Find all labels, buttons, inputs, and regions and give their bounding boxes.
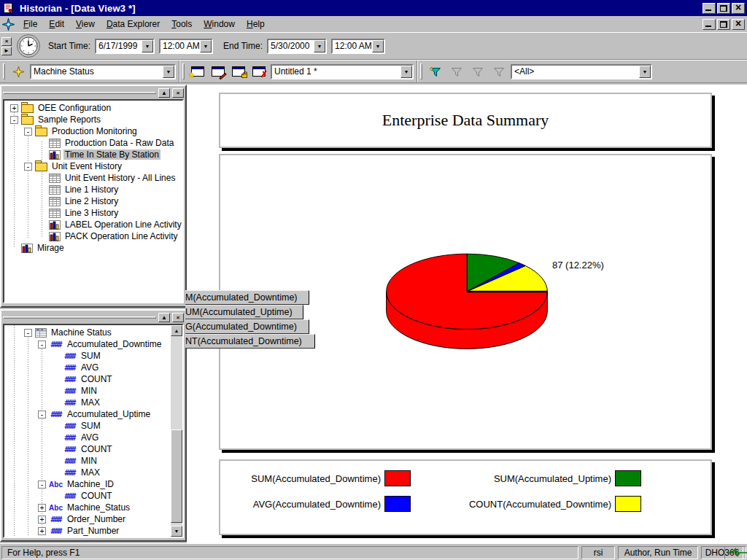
expand-toggle-icon[interactable]: - xyxy=(38,341,46,349)
tree-item-max[interactable]: ###MAX xyxy=(4,467,171,478)
view-combobox[interactable]: Untitled 1 * ▼ xyxy=(271,64,414,79)
panel-up-icon[interactable]: ▲ xyxy=(158,88,170,98)
expand-toggle-icon[interactable]: - xyxy=(24,163,32,171)
menu-item-window[interactable]: Window xyxy=(198,17,241,31)
tree-item-avg[interactable]: ###AVG xyxy=(4,362,171,373)
chevron-down-icon[interactable]: ▼ xyxy=(200,40,212,52)
field-callout-label: NT(Accumulated_Downtime) xyxy=(185,334,315,349)
tree-item-max[interactable]: ###MAX xyxy=(4,397,171,408)
menu-item-view[interactable]: View xyxy=(70,17,101,31)
tree-item-label: MAX xyxy=(80,467,101,478)
menu-item-file[interactable]: File xyxy=(18,17,43,31)
tree-item-oee-configuration[interactable]: +OEE Configuration xyxy=(4,102,182,114)
panel-close-icon[interactable]: × xyxy=(172,88,184,98)
toolbar-close-button[interactable]: × xyxy=(1,37,12,46)
menu-item-data-explorer[interactable]: Data Explorer xyxy=(101,17,166,31)
tree-item-part-number[interactable]: +###Part_Number xyxy=(4,525,171,537)
tree-item-machine-status[interactable]: +AbcMachine_Status xyxy=(4,502,171,513)
vertical-scrollbar[interactable]: ▲ ▼ xyxy=(171,325,182,537)
tree-item-production-data-raw-data[interactable]: Production Data - Raw Data xyxy=(4,137,182,149)
expand-toggle-icon[interactable]: + xyxy=(38,527,46,535)
end-time-combobox[interactable]: 12:00 AM ▼ xyxy=(331,39,385,54)
dataset-combobox[interactable]: Machine Status ▼ xyxy=(30,64,176,79)
tree-item-unit-event-history[interactable]: -Unit Event History xyxy=(4,160,182,172)
new-view-icon[interactable]: ★ xyxy=(189,63,206,80)
minimize-button[interactable] xyxy=(703,3,716,14)
panel-grip[interactable] xyxy=(3,316,156,319)
tree-item-accumulated-uptime[interactable]: -###Accumulated_Uptime xyxy=(4,408,171,420)
expand-toggle-icon[interactable]: + xyxy=(10,104,18,112)
tree-item-label: Order_Number xyxy=(66,514,127,524)
chevron-down-icon[interactable]: ▼ xyxy=(372,40,384,52)
tree-item-sum[interactable]: ###SUM xyxy=(4,350,171,362)
toolbar-grip[interactable] xyxy=(420,63,422,79)
tree-item-avg[interactable]: ###AVG xyxy=(4,432,171,443)
toolbar-grip[interactable] xyxy=(3,63,5,79)
mdi-minimize-button[interactable] xyxy=(703,19,716,30)
tree-item-count[interactable]: ###COUNT xyxy=(4,443,171,455)
sparkle-icon[interactable] xyxy=(9,63,27,80)
scroll-up-icon[interactable]: ▲ xyxy=(171,325,182,336)
toolbar-grip[interactable] xyxy=(182,63,185,79)
tree-item-line-2-history[interactable]: Line 2 History xyxy=(4,195,182,207)
restore-button[interactable] xyxy=(717,3,730,14)
expand-toggle-icon[interactable]: - xyxy=(24,128,32,136)
filter-combobox[interactable]: <All> ▼ xyxy=(511,64,652,79)
delete-view-icon[interactable]: ✗ xyxy=(250,63,268,80)
tree-item-machine-status[interactable]: -Machine Status xyxy=(4,327,171,338)
start-date-combobox[interactable]: 6/17/1999 ▼ xyxy=(95,39,155,54)
tree-item-accumulated-downtime[interactable]: -###Accumulated_Downtime xyxy=(4,338,171,350)
tree-item-sum[interactable]: ###SUM xyxy=(4,420,171,432)
expand-toggle-icon[interactable]: - xyxy=(24,329,32,337)
expand-toggle-icon[interactable]: - xyxy=(10,116,18,124)
end-date-combobox[interactable]: 5/30/2000 ▼ xyxy=(267,39,327,54)
menu-item-tools[interactable]: Tools xyxy=(166,17,198,31)
panel-header[interactable]: ▲ × xyxy=(1,311,185,323)
window-glyph: ✗ xyxy=(252,66,266,77)
tree-item-line-1-history[interactable]: Line 1 History xyxy=(4,184,182,195)
modify-view-icon[interactable] xyxy=(209,63,227,80)
new-filter-icon[interactable] xyxy=(427,63,444,80)
chevron-down-icon[interactable]: ▼ xyxy=(400,66,412,78)
panel-up-icon[interactable]: ▲ xyxy=(158,313,170,322)
tree-item-order-number[interactable]: +###Order_Number xyxy=(4,513,171,525)
chevron-down-icon[interactable]: ▼ xyxy=(142,40,153,52)
tree-item-production-monitoring[interactable]: -Production Monitoring xyxy=(4,125,182,137)
chevron-down-icon[interactable]: ▼ xyxy=(314,40,325,52)
tree-item-line-3-history[interactable]: Line 3 History xyxy=(4,207,182,219)
tree-item-label-operation-line-activity[interactable]: LABEL Operation Line Activity xyxy=(4,219,182,230)
tree-item-time-in-state-by-station[interactable]: Time In State By Station xyxy=(4,149,182,160)
expand-toggle-icon[interactable]: - xyxy=(38,411,46,419)
chevron-down-icon[interactable]: ▼ xyxy=(639,66,651,78)
tree-item-sample-reports[interactable]: -Sample Reports xyxy=(4,114,182,125)
expand-toggle-icon[interactable]: + xyxy=(38,516,46,524)
mdi-close-button[interactable] xyxy=(732,19,745,30)
save-view-icon[interactable] xyxy=(230,63,247,80)
save-filter-icon[interactable] xyxy=(469,63,487,80)
tree-item-mirage[interactable]: Mirage xyxy=(4,242,182,254)
toolbar-expand-button[interactable]: ► xyxy=(1,47,12,55)
panel-grip[interactable] xyxy=(3,92,156,94)
tree-item-min[interactable]: ###MIN xyxy=(4,455,171,467)
expand-toggle-icon[interactable]: - xyxy=(38,481,46,489)
scroll-down-icon[interactable]: ▼ xyxy=(171,526,182,537)
chevron-down-icon[interactable]: ▼ xyxy=(163,66,174,78)
close-button[interactable] xyxy=(732,3,745,14)
start-time-combobox[interactable]: 12:00 AM ▼ xyxy=(159,39,213,54)
tree-item-unit-event-history-all-lines[interactable]: Unit Event History - All Lines xyxy=(4,172,182,184)
tree-item-count[interactable]: ###COUNT xyxy=(4,373,171,385)
expand-toggle-icon[interactable]: + xyxy=(38,504,46,512)
modify-filter-icon[interactable] xyxy=(448,63,465,80)
tree-item-pack-operation-line-activity[interactable]: PACK Operation Line Activity xyxy=(4,230,182,242)
panel-header[interactable]: ▲ × xyxy=(1,86,185,98)
menu-item-help[interactable]: Help xyxy=(241,17,271,31)
tree-item-machine-id[interactable]: -AbcMachine_ID xyxy=(4,478,171,490)
tree-item-count[interactable]: ###COUNT xyxy=(4,490,171,502)
menu-item-edit[interactable]: Edit xyxy=(43,17,70,31)
tree-item-min[interactable]: ###MIN xyxy=(4,385,171,397)
scrollbar-thumb[interactable] xyxy=(171,429,182,523)
tree-item-parts-built[interactable]: +###Parts_Built xyxy=(4,537,171,538)
delete-filter-icon[interactable] xyxy=(490,63,508,80)
mdi-restore-button[interactable] xyxy=(717,19,730,30)
panel-close-icon[interactable]: × xyxy=(172,313,184,322)
